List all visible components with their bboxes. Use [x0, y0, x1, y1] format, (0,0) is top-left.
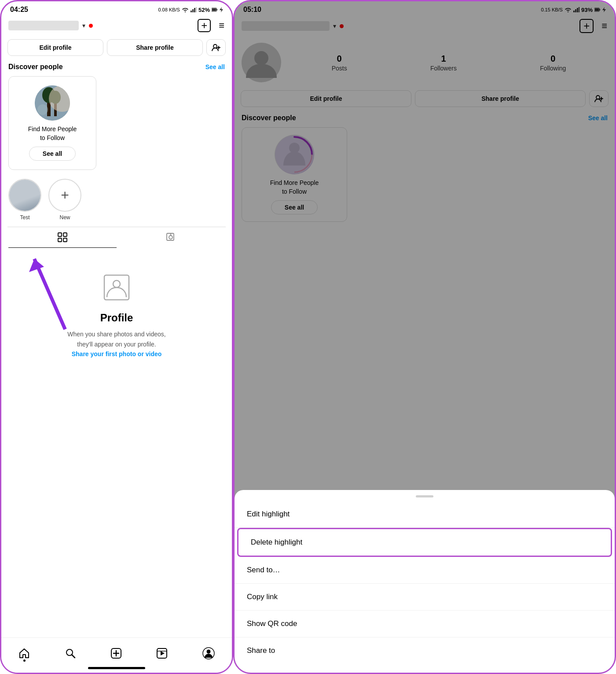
highlight-new-label-left: New — [59, 214, 70, 221]
home-bar-left — [88, 667, 145, 669]
discover-title-left: Discover people — [8, 63, 63, 71]
highlight-new-left[interactable]: + New — [48, 179, 81, 221]
svg-rect-24 — [63, 238, 67, 242]
time-left: 04:25 — [10, 6, 28, 14]
posts-tab-row-left — [1, 227, 232, 248]
left-panel: 04:25 0.08 KB/S 52% ▾ + ≡ Edit profile S… — [0, 0, 233, 674]
svg-rect-1 — [191, 11, 192, 12]
search-nav-left[interactable] — [65, 648, 76, 659]
action-buttons-left: Edit profile Share profile — [1, 37, 232, 59]
grid-tab-left[interactable] — [8, 227, 117, 248]
svg-rect-22 — [63, 233, 67, 236]
highlight-test-label-left: Test — [20, 214, 29, 221]
home-dot-left — [23, 659, 26, 662]
svg-marker-8 — [220, 7, 223, 12]
sheet-item-edit-highlight[interactable]: Edit highlight — [235, 501, 615, 528]
edit-profile-button-left[interactable]: Edit profile — [7, 39, 103, 56]
create-nav-left[interactable] — [110, 648, 122, 659]
wifi-icon-left — [182, 7, 189, 12]
bottom-sheet-right: Edit highlight Delete highlight Send to…… — [235, 490, 615, 673]
signal-icon-left — [191, 7, 197, 12]
profile-avatar-icon-left — [202, 647, 215, 659]
sheet-item-show-qr[interactable]: Show QR code — [235, 611, 615, 637]
profile-empty-icon-left — [103, 274, 130, 305]
add-friend-button-left[interactable] — [206, 39, 226, 56]
search-icon-left — [65, 648, 76, 659]
add-friend-icon-left — [212, 44, 220, 52]
person-image-icon-left — [103, 274, 130, 301]
tag-icon-left — [166, 232, 176, 242]
share-first-photo-link-left[interactable]: Share your first photo or video — [72, 350, 162, 357]
discover-see-all-left[interactable]: See all — [205, 63, 225, 70]
status-bar-left: 04:25 0.08 KB/S 52% — [1, 1, 232, 16]
network-speed-left: 0.08 KB/S — [158, 7, 180, 12]
sheet-item-delete-highlight[interactable]: Delete highlight — [237, 528, 612, 557]
bottom-nav-left — [1, 637, 232, 673]
grid-icon-left — [58, 232, 67, 242]
username-area-left[interactable]: ▾ — [8, 21, 93, 30]
highlight-test-circle-left — [8, 179, 41, 212]
discover-photo-svg-left — [35, 85, 70, 121]
sheet-handle-right — [416, 495, 433, 497]
header-icons-left: + ≡ — [198, 19, 225, 32]
discover-header-left: Discover people See all — [8, 63, 225, 71]
svg-rect-23 — [58, 238, 62, 242]
lightning-icon-left — [220, 7, 223, 12]
menu-icon-left[interactable]: ≡ — [219, 20, 225, 31]
profile-subtitle-left: When you share photos and videos, they'l… — [67, 329, 165, 359]
svg-point-39 — [206, 649, 210, 653]
battery-icon-left — [212, 7, 218, 12]
tag-tab-left[interactable] — [117, 227, 225, 248]
reels-nav-left[interactable] — [156, 648, 168, 659]
right-panel: 05:10 0.15 KB/S 93% ▾ + ≡ — [233, 0, 616, 674]
discover-avatar-left — [35, 85, 70, 121]
svg-rect-7 — [212, 8, 216, 11]
highlight-test-left[interactable]: Test — [8, 179, 41, 221]
profile-empty-left: Profile When you share photos and videos… — [1, 248, 232, 372]
discover-card-name-left: Find More People to Follow — [28, 125, 77, 142]
profile-title-left: Profile — [100, 312, 133, 324]
profile-nav-left[interactable] — [202, 647, 215, 659]
chevron-icon-left[interactable]: ▾ — [82, 22, 85, 29]
home-nav-left[interactable] — [18, 648, 30, 659]
username-blur-left — [8, 21, 79, 30]
svg-line-31 — [72, 655, 75, 658]
battery-left: 52% — [198, 7, 210, 13]
svg-rect-3 — [194, 8, 195, 12]
header-left: ▾ + ≡ — [1, 16, 232, 37]
discover-photo-left — [35, 85, 70, 121]
create-icon-left — [110, 648, 122, 659]
svg-point-29 — [113, 280, 120, 287]
discover-card-left[interactable]: Find More People to Follow See all — [8, 76, 96, 170]
notification-dot-left — [89, 24, 93, 28]
svg-point-9 — [213, 44, 217, 48]
highlight-new-circle-left: + — [48, 179, 81, 212]
svg-rect-6 — [216, 9, 217, 11]
svg-rect-2 — [192, 9, 194, 12]
svg-point-18 — [37, 104, 48, 115]
status-icons-left: 0.08 KB/S 52% — [158, 7, 223, 13]
svg-rect-4 — [196, 7, 197, 12]
highlights-row-left: Test + New — [1, 173, 232, 227]
home-icon-left — [18, 648, 30, 659]
svg-point-26 — [169, 236, 172, 239]
add-post-icon-left[interactable]: + — [198, 19, 211, 32]
discover-section-left: Discover people See all — [1, 59, 232, 173]
svg-rect-21 — [58, 233, 62, 236]
highlight-test-bg-left — [9, 180, 40, 211]
share-profile-button-left[interactable]: Share profile — [107, 39, 203, 56]
discover-card-see-all-left[interactable]: See all — [29, 147, 76, 161]
sheet-item-send-to[interactable]: Send to… — [235, 557, 615, 584]
svg-marker-36 — [161, 651, 165, 656]
svg-point-0 — [185, 11, 186, 12]
new-plus-icon-left: + — [61, 187, 69, 203]
reels-icon-left — [156, 648, 168, 659]
sheet-item-share-to[interactable]: Share to — [235, 637, 615, 664]
sheet-item-copy-link[interactable]: Copy link — [235, 584, 615, 611]
